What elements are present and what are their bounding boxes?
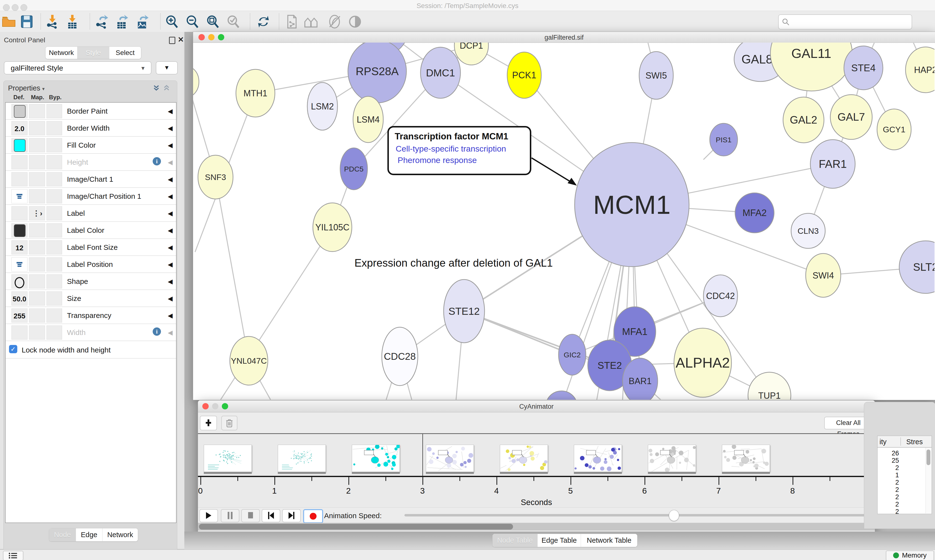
default-value-cell[interactable]: [11, 155, 28, 169]
animation-speed-slider[interactable]: [404, 514, 866, 517]
property-row[interactable]: 12Label Font Size◀: [6, 239, 176, 256]
property-row[interactable]: 255Transparency◀: [6, 307, 176, 324]
frame-thumbnail-2s[interactable]: [352, 445, 400, 472]
property-row[interactable]: Image/Chart Position 1◀: [6, 188, 176, 205]
mapping-cell[interactable]: [29, 104, 45, 118]
column-header-ity[interactable]: ity: [879, 438, 887, 446]
network-node-STE4[interactable]: STE4: [844, 46, 883, 90]
open-folder-icon[interactable]: [2, 14, 16, 29]
tab-node-table[interactable]: Node Table: [492, 534, 537, 547]
table-cell-value[interactable]: 2: [878, 508, 899, 515]
timeline-scrollbar[interactable]: [198, 523, 875, 531]
expand-row-icon[interactable]: ◀: [168, 210, 173, 217]
memory-button[interactable]: Memory: [886, 551, 934, 560]
bypass-cell[interactable]: [46, 274, 62, 289]
frame-thumbnail-4s[interactable]: [500, 445, 548, 472]
save-icon[interactable]: [20, 14, 34, 29]
expand-row-icon[interactable]: ◀: [168, 261, 173, 268]
default-value-cell[interactable]: [11, 257, 28, 271]
expand-row-icon[interactable]: ◀: [168, 108, 173, 115]
property-row[interactable]: Label Color◀: [6, 222, 176, 239]
delete-frame-button[interactable]: [221, 416, 238, 430]
expand-row-icon[interactable]: ◀: [168, 125, 173, 132]
network-node-RPS28A[interactable]: RPS28A: [348, 43, 406, 103]
import-network-icon[interactable]: [45, 14, 59, 29]
mapping-cell[interactable]: [29, 138, 45, 152]
mapping-cell[interactable]: [29, 155, 45, 169]
network-node-TUP1[interactable]: TUP1: [748, 372, 791, 400]
export-network-icon[interactable]: [94, 14, 109, 29]
search-input[interactable]: [792, 16, 909, 27]
import-table-icon[interactable]: [65, 14, 79, 29]
tab-style[interactable]: Style: [77, 47, 109, 59]
duplicate-network-icon[interactable]: [284, 14, 299, 29]
expand-row-icon[interactable]: ◀: [168, 329, 173, 337]
annotation-link[interactable]: Pheromone response: [398, 155, 477, 165]
table-cell-value[interactable]: 1: [878, 471, 899, 479]
hide-edges-icon[interactable]: [327, 14, 342, 29]
style-options-button[interactable]: ▼: [156, 61, 178, 74]
table-cell-value[interactable]: 2: [878, 493, 899, 501]
zoom-fit-icon[interactable]: [205, 14, 220, 29]
default-value-cell[interactable]: [11, 104, 28, 118]
bypass-cell[interactable]: [46, 223, 62, 237]
bypass-cell[interactable]: [46, 206, 62, 220]
network-node-GCY1[interactable]: GCY1: [877, 109, 911, 150]
bypass-cell[interactable]: [46, 308, 62, 323]
network-node-PCK1[interactable]: PCK1: [507, 52, 541, 98]
tab-network[interactable]: Network: [46, 47, 77, 59]
property-row[interactable]: Heighti◀: [6, 154, 176, 171]
network-node-PIS1[interactable]: PIS1: [710, 123, 738, 156]
play-button[interactable]: [199, 509, 218, 522]
network-node-YNL047C[interactable]: YNL047C: [230, 337, 268, 385]
property-row[interactable]: Fill Color◀: [6, 137, 176, 154]
network-node-PDC5[interactable]: PDC5: [340, 148, 367, 190]
network-node-SNF3[interactable]: SNF3: [198, 155, 233, 199]
default-value-cell[interactable]: [11, 206, 28, 220]
network-node-LSM4[interactable]: LSM4: [353, 96, 383, 143]
expand-row-icon[interactable]: ◀: [168, 278, 173, 285]
network-node-cutBottom[interactable]: [546, 391, 577, 400]
table-cell-value[interactable]: 2: [878, 486, 899, 494]
expand-all-icon[interactable]: [153, 85, 160, 92]
frames-timeline[interactable]: Seconds 0123456789: [198, 434, 875, 508]
cyanimator-titlebar[interactable]: CyAnimator: [198, 400, 875, 412]
style-selector[interactable]: galFiltered Style ▼: [4, 61, 151, 74]
expand-row-icon[interactable]: ◀: [168, 227, 173, 234]
skip-start-button[interactable]: [262, 509, 280, 522]
network-node-DCP1[interactable]: DCP1: [454, 43, 488, 65]
bypass-cell[interactable]: [46, 240, 62, 254]
mapping-cell[interactable]: [29, 257, 45, 271]
table-scrollbar[interactable]: [926, 448, 931, 513]
network-node-CDC42[interactable]: CDC42: [704, 275, 738, 317]
network-window-titlebar[interactable]: galFiltered.sif: [193, 32, 935, 43]
mapping-cell[interactable]: [29, 291, 45, 306]
mapping-cell[interactable]: [29, 172, 45, 186]
tab-edge-table[interactable]: Edge Table: [537, 534, 581, 547]
bypass-cell[interactable]: [46, 155, 62, 169]
mapping-cell[interactable]: [29, 308, 45, 323]
property-row[interactable]: ⋮›Label◀: [6, 205, 176, 222]
expand-row-icon[interactable]: ◀: [168, 295, 173, 302]
property-row[interactable]: 50.0Size◀: [6, 290, 176, 307]
playhead[interactable]: [423, 434, 423, 476]
default-value-cell[interactable]: 50.0: [11, 291, 28, 306]
default-value-cell[interactable]: [11, 189, 28, 203]
frame-thumbnail-7s[interactable]: [722, 445, 770, 472]
property-row[interactable]: Image/Chart 1◀: [6, 171, 176, 188]
network-node-GAL7[interactable]: GAL7: [830, 95, 872, 139]
network-node-STE12[interactable]: STE12: [444, 280, 484, 343]
property-row[interactable]: Widthi◀: [6, 324, 176, 341]
network-canvas[interactable]: DCP1RPS28ADMC1PCK1MTH1LSM2LSM4SWI5GAL80G…: [193, 43, 935, 400]
mapping-cell[interactable]: [29, 274, 45, 289]
network-node-GIC2[interactable]: GIC2: [559, 334, 586, 375]
properties-header[interactable]: Properties ▾: [8, 84, 45, 92]
annotation-box[interactable]: Transcription factor MCM1Cell-type-speci…: [388, 127, 577, 186]
column-header-stress[interactable]: Stres: [906, 438, 923, 446]
bypass-cell[interactable]: [46, 291, 62, 306]
network-node-YIL105C[interactable]: YIL105C: [313, 203, 352, 252]
mapping-cell[interactable]: [29, 189, 45, 203]
float-panel-icon[interactable]: [169, 37, 175, 44]
record-button[interactable]: [303, 509, 323, 523]
network-node-GAL2[interactable]: GAL2: [783, 97, 824, 143]
